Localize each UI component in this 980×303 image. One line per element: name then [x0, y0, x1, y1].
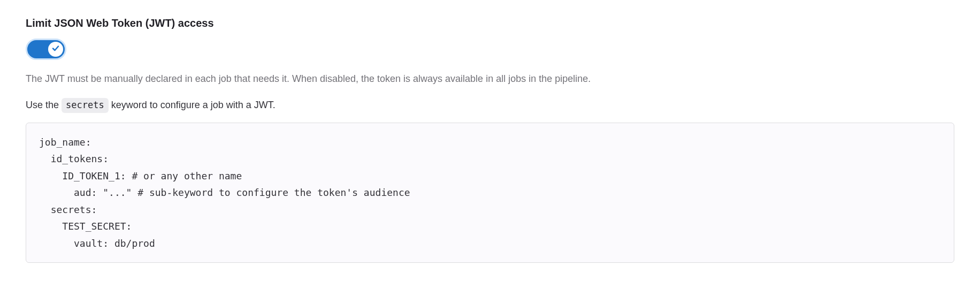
instruction-prefix: Use the	[26, 100, 62, 110]
check-icon	[51, 42, 60, 57]
setting-description: The JWT must be manually declared in eac…	[26, 72, 954, 86]
keyword-pill: secrets	[62, 98, 109, 113]
toggle-knob	[48, 42, 63, 57]
setting-instruction: Use the secrets keyword to configure a j…	[26, 98, 954, 113]
jwt-access-toggle[interactable]	[26, 39, 66, 60]
code-example: job_name: id_tokens: ID_TOKEN_1: # or an…	[26, 123, 954, 263]
setting-heading: Limit JSON Web Token (JWT) access	[26, 15, 954, 31]
instruction-suffix: keyword to configure a job with a JWT.	[109, 100, 275, 110]
